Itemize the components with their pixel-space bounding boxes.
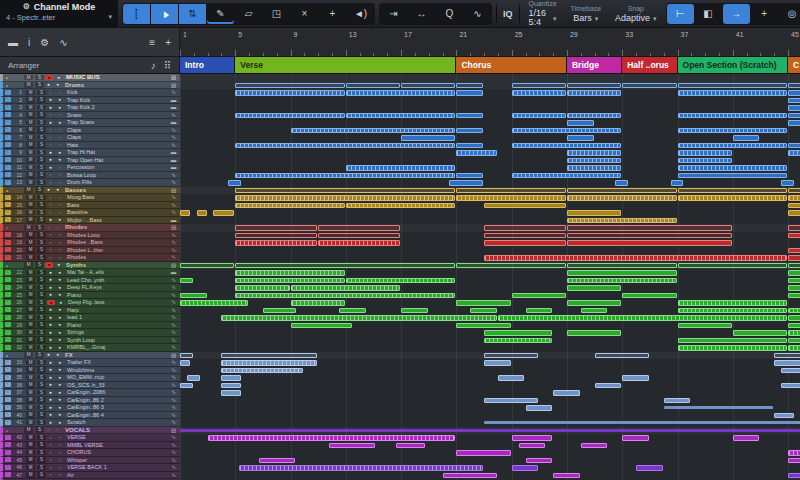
snap-value[interactable]: Adaptive	[615, 14, 650, 23]
clip[interactable]	[346, 203, 456, 209]
solo-button[interactable]: S	[37, 420, 46, 426]
track-row[interactable]: ∿29MS●◂Piano∿	[0, 322, 180, 330]
track-name[interactable]: Drum Fills	[64, 179, 167, 185]
pencil-tool[interactable]: ✎	[207, 4, 234, 24]
clip[interactable]	[456, 113, 483, 119]
monitor-button[interactable]: ◂	[55, 202, 64, 208]
solo-button[interactable]: S	[37, 127, 46, 133]
clip[interactable]	[733, 435, 760, 441]
mute-button[interactable]: M	[26, 165, 35, 171]
track-row[interactable]: ∿42MS●◂VERSE∿	[0, 434, 180, 442]
monitor-button[interactable]: ◂	[55, 457, 64, 463]
clip[interactable]	[567, 113, 621, 119]
track-name[interactable]: Whisper	[64, 457, 167, 463]
mute-button[interactable]: M	[24, 262, 33, 268]
folder-track-row[interactable]: ▴MS●◂FX▤	[0, 352, 180, 360]
clip[interactable]	[678, 345, 788, 351]
track-row[interactable]: ∿31MS●◂Synth Loop∿	[0, 337, 180, 345]
solo-button[interactable]: S	[37, 180, 46, 186]
record-arm-button[interactable]: ●	[46, 465, 55, 471]
track-name[interactable]: Percussion	[64, 164, 167, 170]
mute-button[interactable]: M	[26, 180, 35, 186]
monitor-button[interactable]: ◂	[55, 375, 64, 381]
clip[interactable]	[788, 120, 800, 126]
record-arm-button[interactable]: ●	[46, 292, 55, 298]
folder-track-row[interactable]: ▴MS●◂Drums▤	[0, 82, 180, 90]
clip[interactable]	[788, 90, 800, 96]
solo-button[interactable]: S	[37, 157, 46, 163]
mute-button[interactable]: M	[26, 240, 35, 246]
clip[interactable]	[678, 338, 788, 344]
clip[interactable]	[228, 180, 241, 186]
record-arm-button[interactable]: ●	[46, 405, 55, 411]
record-arm-button[interactable]: ●	[46, 255, 55, 261]
clip[interactable]	[456, 450, 510, 456]
track-name[interactable]: Harp	[64, 307, 167, 313]
clip[interactable]	[788, 278, 800, 284]
mute-button[interactable]: M	[26, 435, 35, 441]
clip[interactable]	[456, 90, 483, 96]
track-name[interactable]: Piano	[64, 322, 167, 328]
folder-track-row[interactable]: ▴MS●◂Rhodes▤	[0, 224, 180, 232]
record-arm-button[interactable]: ●	[46, 390, 55, 396]
track-name[interactable]: CarEngin..86 2	[64, 397, 167, 403]
record-arm-button[interactable]: ●	[46, 382, 55, 388]
record-arm-button[interactable]: ●	[46, 285, 55, 291]
track-name[interactable]: VERSE BACK 1	[64, 464, 167, 470]
monitor-button[interactable]: ◂	[55, 450, 64, 456]
clip[interactable]	[318, 240, 400, 246]
solo-button[interactable]: S	[37, 165, 46, 171]
track-name[interactable]: Windchime	[64, 367, 167, 373]
clip[interactable]	[636, 465, 663, 471]
cursor-crosshair-toggle[interactable]: +	[751, 4, 778, 24]
snap-dropdown[interactable]: Snap Adaptive▾	[610, 5, 662, 23]
clip[interactable]	[259, 458, 295, 464]
solo-button[interactable]: S	[37, 210, 46, 216]
clip[interactable]	[567, 270, 677, 276]
record-arm-button[interactable]: ●	[44, 427, 53, 433]
solo-button[interactable]: S	[37, 232, 46, 238]
track-name[interactable]: VERSE	[64, 434, 167, 440]
clip[interactable]	[456, 173, 483, 179]
folder-track-row[interactable]: ▴MS●◂VOCALS▤	[0, 427, 180, 435]
clip[interactable]	[235, 113, 345, 119]
mute-button[interactable]: M	[24, 75, 33, 81]
clip[interactable]	[678, 308, 788, 314]
eraser-tool[interactable]: ▱	[235, 4, 262, 24]
record-arm-button[interactable]: ●	[46, 397, 55, 403]
clip[interactable]	[318, 225, 400, 231]
clip[interactable]	[187, 375, 200, 381]
solo-button[interactable]: S	[37, 277, 46, 283]
clip[interactable]	[339, 308, 366, 314]
arranger-section-bridge[interactable]: Bridge	[567, 57, 622, 73]
clip[interactable]	[567, 210, 621, 216]
track-name[interactable]: Rhodes Loop	[64, 232, 167, 238]
mute-button[interactable]: M	[26, 322, 35, 328]
timeline-ruler[interactable]: 159131721252933374145	[180, 28, 800, 56]
record-arm-button[interactable]: ●	[46, 240, 55, 246]
clip[interactable]	[291, 128, 456, 134]
monitor-button[interactable]: ◂	[55, 112, 64, 118]
record-arm-button[interactable]: ●	[46, 120, 55, 126]
list-icon[interactable]: ≡	[149, 37, 155, 48]
track-name[interactable]: VOCALS	[62, 427, 167, 433]
clip[interactable]	[456, 83, 483, 89]
clip[interactable]	[235, 90, 345, 96]
track-name[interactable]: Trap Hi Hat	[64, 149, 167, 155]
clip[interactable]	[180, 210, 190, 216]
clip[interactable]	[567, 83, 621, 89]
track-name[interactable]: KMRBL_..Gmaj	[64, 344, 167, 350]
solo-button[interactable]: S	[35, 75, 44, 81]
clip[interactable]	[788, 323, 800, 329]
track-name[interactable]: CHORUS	[64, 449, 167, 455]
clip[interactable]	[678, 128, 788, 134]
solo-button[interactable]: S	[37, 375, 46, 381]
solo-button[interactable]: S	[37, 172, 46, 178]
mute-button[interactable]: M	[24, 187, 33, 193]
clip[interactable]	[235, 143, 455, 149]
clip[interactable]	[512, 435, 552, 441]
record-arm-button[interactable]: ●	[46, 315, 55, 321]
clip[interactable]	[788, 248, 800, 254]
track-row[interactable]: ∿2MS●◂Trap Kick▬	[0, 97, 180, 105]
clip[interactable]	[788, 195, 800, 201]
